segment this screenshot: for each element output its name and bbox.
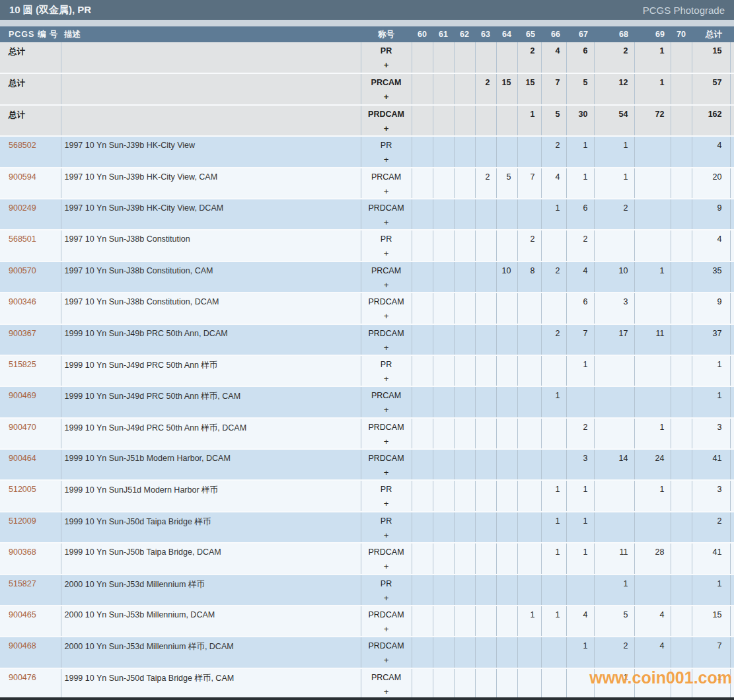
grade-66-cell: 5 <box>541 105 566 136</box>
designation-cell: PRCAM+ <box>361 262 412 293</box>
grade-67-cell <box>566 668 594 699</box>
pcgs-number-link[interactable]: 900570 <box>9 266 36 275</box>
grade-65-cell <box>517 418 541 449</box>
row-total-cell: 15 <box>692 42 730 73</box>
total-row: 总计PRDCAM+15305472162 <box>0 105 734 136</box>
description-cell <box>61 73 361 104</box>
grade-65-cell: 7 <box>517 168 541 199</box>
grade-64-cell <box>496 136 517 167</box>
grade-60-cell <box>412 637 433 668</box>
grade-69-cell: 4 <box>634 637 671 668</box>
designation-label: PR <box>361 46 412 55</box>
grade-63-cell <box>475 199 496 230</box>
description-cell <box>61 105 361 136</box>
row-edge <box>730 480 734 511</box>
pcgs-number-link[interactable]: 900367 <box>9 329 36 338</box>
designation-cell: PRCAM+ <box>361 168 412 199</box>
grade-62-cell <box>454 230 475 261</box>
pcgs-cell: 900469 <box>0 386 61 417</box>
grade-68-cell <box>594 355 634 386</box>
pcgs-number-link[interactable]: 900470 <box>9 423 36 432</box>
pcgs-number-link[interactable]: 900469 <box>9 391 36 400</box>
pcgs-number-link[interactable]: 900249 <box>9 203 36 213</box>
grade-66-cell <box>541 637 566 668</box>
pcgs-number-link[interactable]: 512005 <box>9 485 36 494</box>
row-total-cell: 9 <box>692 199 730 230</box>
col-header-description: 描述 <box>61 26 361 42</box>
pcgs-number-link[interactable]: 900468 <box>9 641 36 650</box>
designation-label: PR <box>361 234 412 244</box>
col-header-grade-70: 70 <box>671 26 692 42</box>
grade-64-cell <box>496 386 517 417</box>
pcgs-cell: 900249 <box>0 199 61 230</box>
pcgs-number-link[interactable]: 900465 <box>9 610 36 619</box>
designation-label: PRCAM <box>361 266 412 275</box>
designation-cell: PRDCAM+ <box>361 449 412 480</box>
pcgs-number-link[interactable]: 900464 <box>9 454 36 463</box>
grade-70-cell <box>671 105 692 136</box>
grade-64-cell <box>496 199 517 230</box>
pcgs-number-link[interactable]: 568502 <box>9 141 36 150</box>
grade-67-cell: 1 <box>566 512 594 543</box>
pcgs-number-link[interactable]: 900476 <box>9 673 36 682</box>
grade-61-cell <box>433 73 454 104</box>
pcgs-number-link[interactable]: 515825 <box>9 360 36 369</box>
description-cell: 1997 10 Yn Sun-J38b Constitution, CAM <box>61 262 361 293</box>
page-title: 10 圆 (双金属), PR <box>9 4 91 17</box>
grade-67-cell: 6 <box>566 293 594 324</box>
grade-64-cell <box>496 637 517 668</box>
description-cell: 1997 10 Yn Sun-J38b Constitution <box>61 230 361 261</box>
designation-label: PRCAM <box>361 673 412 682</box>
pcgs-cell: 总计 <box>0 73 61 104</box>
pcgs-cell: 515825 <box>0 355 61 386</box>
description-cell: 1999 10 Yn Sun-J49d PRC 50th Ann 样币 <box>61 355 361 386</box>
pcgs-number-link[interactable]: 900346 <box>9 297 36 306</box>
grade-62-cell <box>454 606 475 637</box>
grade-69-cell <box>634 668 671 699</box>
col-header-grade-64: 64 <box>496 26 517 42</box>
grade-69-cell <box>634 386 671 417</box>
grade-67-cell: 4 <box>566 606 594 637</box>
grade-62-cell <box>454 42 475 73</box>
pcgs-number-link[interactable]: 512009 <box>9 516 36 526</box>
designation-plus: + <box>361 687 412 697</box>
grade-65-cell: 15 <box>517 73 541 104</box>
designation-label: PRCAM <box>361 391 412 400</box>
coin-row: 5685011997 10 Yn Sun-J38b ConstitutionPR… <box>0 230 734 261</box>
grade-63-cell <box>475 324 496 355</box>
designation-plus: + <box>361 92 412 102</box>
designation-plus: + <box>361 468 412 477</box>
grade-60-cell <box>412 73 433 104</box>
grade-60-cell <box>412 386 433 417</box>
grade-63-cell <box>475 637 496 668</box>
grade-67-cell: 3 <box>566 449 594 480</box>
pcgs-number-link[interactable]: 568501 <box>9 234 36 244</box>
pcgs-number-link[interactable]: 515827 <box>9 579 36 588</box>
designation-plus: + <box>361 499 412 508</box>
grade-66-cell: 1 <box>541 512 566 543</box>
grade-63-cell <box>475 480 496 511</box>
designation-cell: PRDCAM+ <box>361 105 412 136</box>
row-edge <box>730 512 734 543</box>
grade-61-cell <box>433 262 454 293</box>
grade-70-cell <box>671 543 692 574</box>
grade-67-cell: 4 <box>566 262 594 293</box>
row-total-cell: 15 <box>692 606 730 637</box>
pcgs-number-link[interactable]: 900594 <box>9 172 36 182</box>
row-edge <box>730 262 734 293</box>
designation-cell: PRCAM+ <box>361 386 412 417</box>
grade-66-cell <box>541 668 566 699</box>
photograde-link[interactable]: PCGS Photograde <box>643 5 725 16</box>
grade-61-cell <box>433 449 454 480</box>
coin-row: 9004701999 10 Yn Sun-J49d PRC 50th Ann 样… <box>0 418 734 449</box>
grade-64-cell <box>496 418 517 449</box>
row-edge <box>730 230 734 261</box>
designation-cell: PRDCAM+ <box>361 606 412 637</box>
grade-60-cell <box>412 418 433 449</box>
pcgs-number-link[interactable]: 900368 <box>9 547 36 557</box>
grade-66-cell: 1 <box>541 199 566 230</box>
grade-69-cell: 28 <box>634 543 671 574</box>
grade-64-cell <box>496 480 517 511</box>
pcgs-cell: 568501 <box>0 230 61 261</box>
grade-62-cell <box>454 637 475 668</box>
